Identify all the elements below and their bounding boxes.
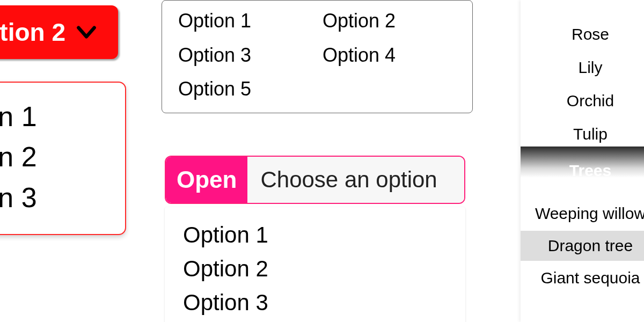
red-dropdown: Option 2 Option 1 Option 2 Option 3 [0, 5, 126, 235]
flower-option[interactable]: Orchid [521, 86, 644, 116]
pink-dropdown-header: Open Choose an option [165, 156, 465, 204]
flower-option[interactable]: Tulip [521, 119, 644, 149]
red-dropdown-button[interactable]: Option 2 [0, 5, 118, 59]
tree-option[interactable]: Dragon tree [521, 231, 644, 261]
tree-option[interactable]: Weeping willow [521, 199, 644, 229]
options-grid: Option 1 Option 2 Option 3 Option 4 Opti… [162, 0, 473, 113]
grid-option[interactable]: Option 4 [323, 45, 456, 66]
grid-option[interactable]: Option 3 [178, 45, 312, 66]
flower-option[interactable]: Lily [521, 53, 644, 83]
grid-option[interactable]: Option 2 [323, 10, 456, 32]
plants-listbox[interactable]: Rose Lily Orchid Tulip Trees Weeping wil… [521, 0, 644, 322]
pink-dropdown-list: Option 1 Option 2 Option 3 [165, 207, 465, 322]
red-dropdown-option[interactable]: Option 1 [0, 97, 120, 137]
flower-option[interactable]: Rose [521, 19, 644, 49]
open-button[interactable]: Open [166, 157, 247, 203]
red-dropdown-option[interactable]: Option 2 [0, 137, 120, 177]
group-header-trees: Trees [521, 156, 644, 186]
grid-option[interactable]: Option 5 [178, 78, 312, 100]
red-dropdown-selected: Option 2 [0, 18, 75, 47]
red-dropdown-list: Option 1 Option 2 Option 3 [0, 82, 126, 235]
grid-option[interactable]: Option 1 [178, 10, 312, 32]
tree-option[interactable]: Giant sequoia [521, 263, 644, 293]
pink-dropdown-placeholder[interactable]: Choose an option [247, 157, 464, 203]
red-dropdown-option[interactable]: Option 3 [0, 178, 120, 218]
pink-option[interactable]: Option 2 [183, 252, 447, 286]
pink-option[interactable]: Option 3 [183, 286, 447, 319]
pink-dropdown: Open Choose an option Option 1 Option 2 … [165, 156, 465, 322]
chevron-down-icon [75, 21, 98, 43]
pink-option[interactable]: Option 1 [183, 218, 447, 252]
